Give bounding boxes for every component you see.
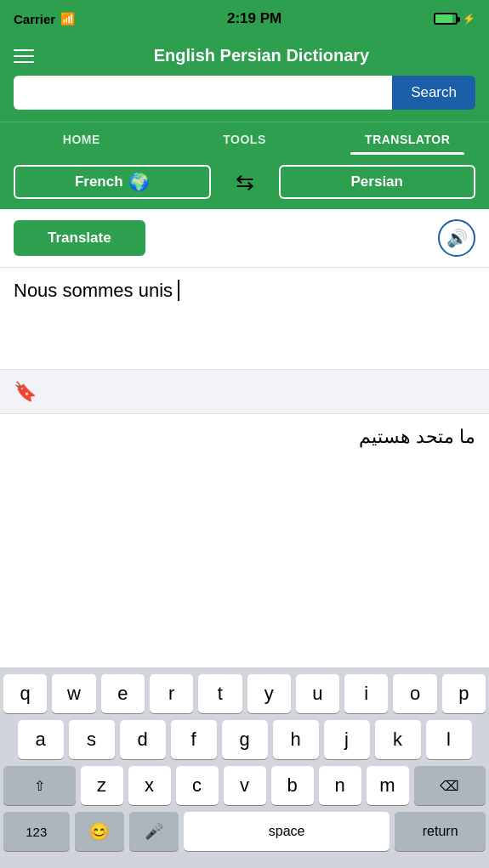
keyboard-row-3: ⇧ z x c v b n m ⌫ bbox=[3, 766, 486, 805]
swap-icon[interactable]: ⇆ bbox=[236, 169, 254, 196]
carrier-label: Carrier bbox=[14, 12, 55, 26]
key-j[interactable]: j bbox=[324, 720, 370, 759]
return-key[interactable]: return bbox=[395, 812, 486, 851]
key-h[interactable]: h bbox=[273, 720, 319, 759]
key-u[interactable]: u bbox=[296, 674, 339, 713]
key-z[interactable]: z bbox=[81, 766, 123, 805]
key-l[interactable]: l bbox=[426, 720, 472, 759]
key-o[interactable]: o bbox=[393, 674, 436, 713]
language-selector-row: French 🌍 ⇆ Persian bbox=[0, 155, 489, 209]
key-k[interactable]: k bbox=[375, 720, 421, 759]
key-g[interactable]: g bbox=[222, 720, 268, 759]
key-s[interactable]: s bbox=[69, 720, 115, 759]
space-key[interactable]: space bbox=[184, 812, 389, 851]
key-w[interactable]: w bbox=[52, 674, 95, 713]
key-n[interactable]: n bbox=[319, 766, 361, 805]
translate-button-row: Translate 🔊 bbox=[0, 209, 489, 268]
hamburger-button[interactable] bbox=[14, 49, 34, 63]
tab-tools[interactable]: TOOLS bbox=[163, 122, 327, 155]
globe-icon: 🌍 bbox=[128, 172, 150, 192]
bookmark-icon[interactable]: 🔖 bbox=[14, 381, 37, 403]
tab-bar: HOME TOOLS TRANSLATOR bbox=[0, 122, 489, 155]
emoji-key[interactable]: 😊 bbox=[75, 812, 124, 851]
key-x[interactable]: x bbox=[128, 766, 171, 805]
text-cursor bbox=[173, 280, 179, 301]
input-text-area[interactable]: Nous sommes unis bbox=[0, 268, 489, 370]
translate-button[interactable]: Translate bbox=[14, 220, 145, 256]
key-c[interactable]: c bbox=[176, 766, 219, 805]
target-language-label: Persian bbox=[351, 173, 403, 190]
shift-key[interactable]: ⇧ bbox=[3, 766, 76, 805]
tab-home[interactable]: HOME bbox=[0, 122, 163, 155]
key-q[interactable]: q bbox=[3, 674, 47, 713]
bookmark-row: 🔖 bbox=[0, 370, 489, 414]
search-bar: Search bbox=[0, 76, 489, 122]
key-r[interactable]: r bbox=[150, 674, 193, 713]
delete-key[interactable]: ⌫ bbox=[414, 766, 486, 805]
bolt-icon: ⚡ bbox=[463, 13, 475, 25]
swap-container: ⇆ bbox=[211, 169, 279, 196]
key-v[interactable]: v bbox=[224, 766, 266, 805]
keyboard: q w e r t y u i o p a s d f g h j k l ⇧ … bbox=[0, 667, 489, 868]
nav-bar: English Persian Dictionary bbox=[0, 37, 489, 76]
input-text: Nous sommes unis bbox=[14, 280, 173, 301]
key-a[interactable]: a bbox=[18, 720, 64, 759]
search-input[interactable] bbox=[14, 76, 392, 110]
keyboard-row-1: q w e r t y u i o p bbox=[3, 674, 486, 713]
source-language-label: French bbox=[75, 173, 123, 190]
battery-area: ⚡ bbox=[434, 13, 475, 25]
key-d[interactable]: d bbox=[120, 720, 166, 759]
battery-icon bbox=[434, 13, 458, 25]
translation-output: ما متحد هستیم bbox=[0, 414, 489, 491]
numbers-key[interactable]: 123 bbox=[3, 812, 70, 851]
target-language-button[interactable]: Persian bbox=[279, 165, 476, 199]
tab-translator[interactable]: TRANSLATOR bbox=[326, 122, 489, 155]
speaker-button[interactable]: 🔊 bbox=[438, 219, 475, 257]
key-f[interactable]: f bbox=[171, 720, 217, 759]
key-i[interactable]: i bbox=[344, 674, 388, 713]
time-label: 2:19 PM bbox=[227, 10, 281, 27]
carrier-wifi: Carrier 📶 bbox=[14, 12, 75, 26]
output-text: ما متحد هستیم bbox=[359, 426, 475, 447]
keyboard-bottom-row: 123 😊 🎤 space return bbox=[0, 808, 489, 868]
key-y[interactable]: y bbox=[247, 674, 291, 713]
key-m[interactable]: m bbox=[367, 766, 409, 805]
key-p[interactable]: p bbox=[442, 674, 486, 713]
wifi-icon: 📶 bbox=[60, 12, 75, 26]
key-e[interactable]: e bbox=[101, 674, 145, 713]
source-language-button[interactable]: French 🌍 bbox=[14, 165, 211, 199]
key-b[interactable]: b bbox=[271, 766, 314, 805]
search-button[interactable]: Search bbox=[392, 76, 475, 110]
key-t[interactable]: t bbox=[198, 674, 242, 713]
microphone-key[interactable]: 🎤 bbox=[129, 812, 179, 851]
keyboard-row-2: a s d f g h j k l bbox=[3, 720, 486, 759]
status-bar: Carrier 📶 2:19 PM ⚡ bbox=[0, 0, 489, 37]
app-title: English Persian Dictionary bbox=[48, 46, 475, 65]
speaker-icon: 🔊 bbox=[446, 228, 468, 248]
